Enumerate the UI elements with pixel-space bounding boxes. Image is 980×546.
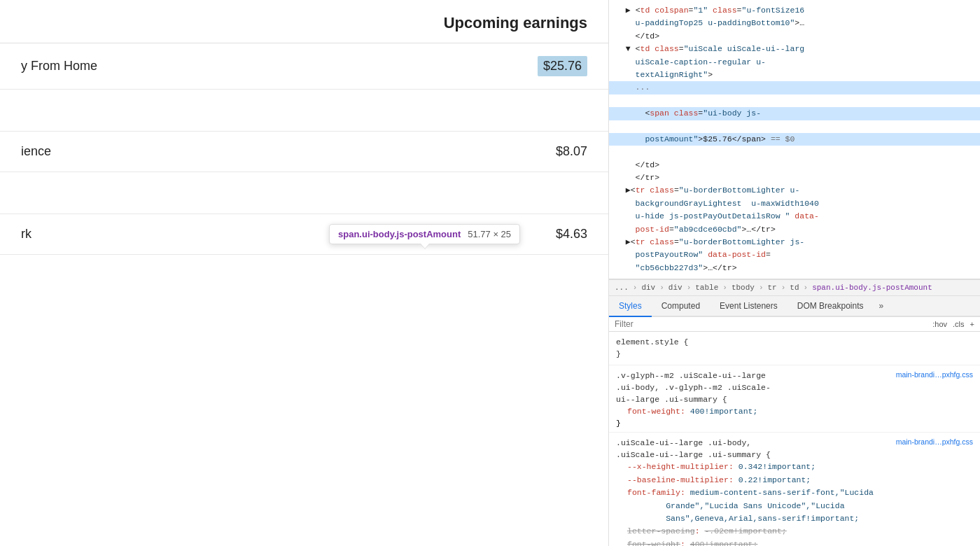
css-property: font-weight: 400!important; [616,405,973,418]
filter-options: :hov .cls + [932,320,974,328]
breadcrumb-item[interactable]: tr [768,284,777,292]
filter-input[interactable] [615,319,932,329]
css-selector: main-brandi…pxhfg.css .v-glyph--m2 .uiSc… [616,370,973,406]
row-label: rk [21,227,31,241]
css-selector: main-brandi…pxhfg.css .uiScale-ui--large… [616,437,973,461]
css-closing-brace: } [616,419,973,428]
tab-computed[interactable]: Computed [652,296,710,317]
breadcrumb-item[interactable]: div [641,284,655,292]
filter-add[interactable]: + [970,320,974,328]
row-item: ience $8.07 [0,132,608,172]
css-closing-brace: } [616,348,973,360]
css-property-strikethrough: font-weight: 400!important; [616,538,973,546]
devtools-panel: ▶ <td colspan="1" class="u-fontSize16 u-… [609,0,980,546]
css-rule: main-brandi…pxhfg.css .v-glyph--m2 .uiSc… [609,365,980,433]
css-property: --baseline-multiplier: 0.22!important; [616,474,973,486]
styles-panel: :hov .cls + element.style { } main-brand… [609,317,980,546]
css-source-link[interactable]: main-brandi…pxhfg.css [896,437,973,448]
breadcrumb-item[interactable]: div [668,284,682,292]
filter-hov[interactable]: :hov [932,320,947,328]
highlighted-amount: $25.76 [538,56,587,76]
row-amount: $8.07 [556,144,587,159]
tab-more[interactable]: » [873,296,889,317]
row-item: y From Home $25.76 [0,43,608,90]
breadcrumb-selected-item[interactable]: span.ui-body.js-postAmount [812,284,932,292]
filter-bar: :hov .cls + [609,317,980,332]
spacer-row [0,172,608,214]
breadcrumb-item[interactable]: table [695,284,718,292]
website-panel: Upcoming earnings span.ui-body.js-postAm… [0,0,609,546]
tabs-bar: Styles Computed Event Listeners DOM Brea… [609,296,980,317]
tab-dom-breakpoints[interactable]: DOM Breakpoints [788,296,874,317]
tab-event-listeners[interactable]: Event Listeners [710,296,788,317]
css-rule-element-style: element.style { } [609,332,980,365]
html-source: ▶ <td colspan="1" class="u-fontSize16 u-… [609,0,980,279]
row-amount: $4.63 [556,227,587,241]
css-property: --x-height-multiplier: 0.342!important; [616,461,973,473]
tooltip-arrow-inner [421,244,429,248]
tooltip-element-name: span.ui-body.js-postAmount [338,229,461,239]
tooltip-dimensions: 51.77 × 25 [468,229,511,239]
css-property: font-family: medium-content-sans-serif-f… [616,486,973,525]
css-property-strikethrough: letter-spacing: -.02em!important; [616,525,973,538]
breadcrumb-item[interactable]: ... [615,284,629,292]
spacer-row [0,90,608,132]
css-selector: element.style { [616,336,973,348]
breadcrumb-bar: ... › div › div › table › tbody › tr › t… [609,279,980,296]
row-label: y From Home [21,59,97,74]
filter-cls[interactable]: .cls [953,320,965,328]
css-source-link[interactable]: main-brandi…pxhfg.css [896,370,973,381]
css-rule: main-brandi…pxhfg.css .uiScale-ui--large… [609,433,980,546]
tab-styles[interactable]: Styles [609,296,652,317]
element-tooltip: span.ui-body.js-postAmount 51.77 × 25 [329,224,520,244]
breadcrumb-item[interactable]: td [790,284,799,292]
breadcrumb-item[interactable]: tbody [732,284,755,292]
earnings-header: Upcoming earnings [0,0,608,43]
tooltip-arrow [420,244,430,249]
row-label: ience [21,144,51,159]
